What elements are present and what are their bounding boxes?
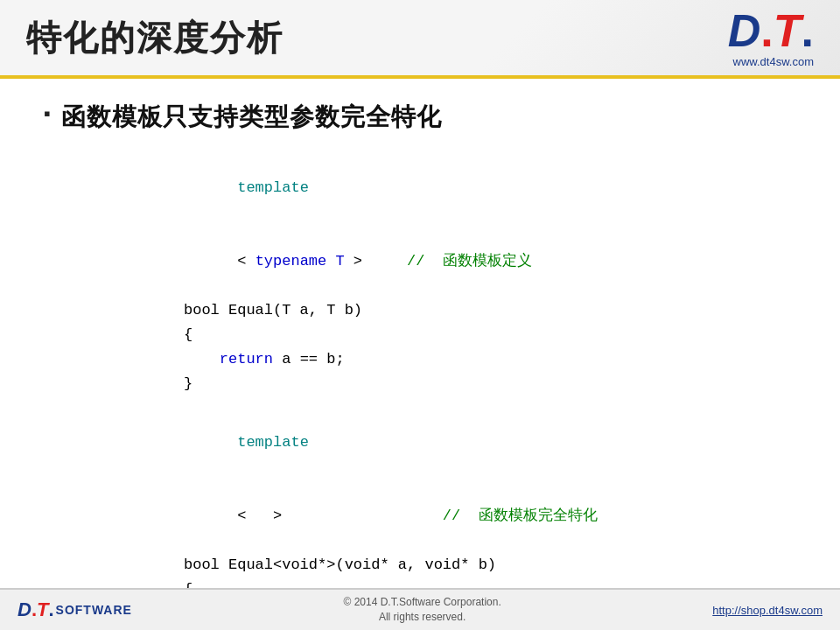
- logo-t: T: [774, 8, 802, 53]
- code-comment-1: // 函数模板定义: [407, 253, 532, 270]
- footer-logo-period: .: [48, 598, 53, 621]
- footer-logo-d: D: [18, 598, 32, 621]
- footer-logo: D . T . SOFTWARE: [18, 598, 132, 621]
- code-typename: typename T: [256, 253, 345, 270]
- code-line-3: bool Equal(T a, T b): [184, 298, 796, 323]
- logo-area: D . T . www.dt4sw.com: [728, 8, 814, 68]
- logo-graphic: D . T .: [728, 8, 814, 53]
- code-line-1: template: [184, 151, 796, 225]
- code-line-6: }: [184, 372, 796, 396]
- bullet-section: ▪ 函数模板只支持类型参数完全特化: [44, 101, 796, 134]
- logo-period: .: [802, 8, 814, 53]
- code-empty-template: < >: [237, 508, 443, 524]
- copyright-line1: © 2014 D.T.Software Corporation.: [343, 595, 500, 610]
- code-blank-1: [184, 396, 796, 405]
- code-line-5: return a == b;: [184, 347, 796, 372]
- bullet-icon: ▪: [44, 102, 51, 125]
- code-template-2: template: [237, 434, 309, 451]
- footer-logo-software: SOFTWARE: [56, 603, 132, 617]
- footer-copyright: © 2014 D.T.Software Corporation. All rig…: [343, 595, 500, 625]
- code-line-7: template: [184, 405, 796, 479]
- logo-dot: .: [760, 8, 773, 53]
- main-content: ▪ 函数模板只支持类型参数完全特化 template < typename T …: [0, 79, 840, 630]
- code-template-1: template: [237, 179, 309, 196]
- code-block: template < typename T > // 函数模板定义 bool E…: [44, 151, 796, 630]
- code-line-4: {: [184, 323, 796, 347]
- code-line-8: < > // 函数模板完全特化: [184, 480, 796, 553]
- code-line-2: < typename T > // 函数模板定义: [184, 225, 796, 298]
- logo-d: D: [728, 8, 761, 53]
- footer-logo-t: T: [37, 598, 48, 621]
- code-line-9: bool Equal<void*>(void* a, void* b): [184, 553, 796, 578]
- copyright-line2: All rights reserved.: [343, 610, 500, 625]
- code-comment-2: // 函数模板完全特化: [443, 508, 598, 524]
- code-angle-close: >: [345, 253, 407, 270]
- code-return-1: return: [220, 351, 273, 368]
- bullet-text: 函数模板只支持类型参数完全特化: [61, 101, 442, 134]
- footer: D . T . SOFTWARE © 2014 D.T.Software Cor…: [0, 588, 840, 630]
- header: 特化的深度分析 D . T . www.dt4sw.com: [0, 0, 840, 79]
- footer-link[interactable]: http://shop.dt4sw.com: [712, 604, 822, 617]
- logo-url: www.dt4sw.com: [733, 55, 814, 68]
- code-angle-open: <: [237, 253, 255, 270]
- page-title: 特化的深度分析: [26, 14, 284, 62]
